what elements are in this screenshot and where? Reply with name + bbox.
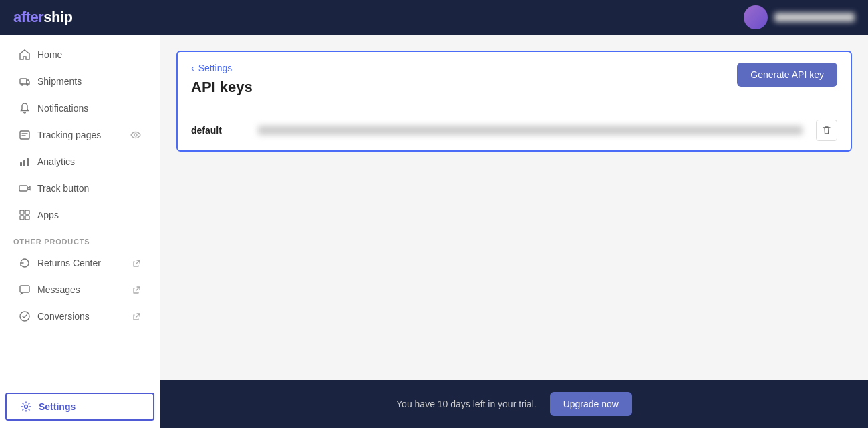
breadcrumb[interactable]: ‹ Settings — [191, 63, 253, 73]
sidebar-item-home[interactable]: Home — [5, 42, 154, 67]
sidebar-item-label: Analytics — [37, 156, 75, 167]
shipments-icon — [19, 75, 31, 87]
sidebar-item-label: Notifications — [37, 103, 88, 114]
breadcrumb-arrow: ‹ — [191, 63, 194, 73]
generate-api-key-button[interactable]: Generate API key — [737, 63, 837, 87]
svg-rect-9 — [20, 210, 24, 214]
track-button-icon — [19, 182, 31, 194]
sidebar-item-label: Track button — [37, 183, 89, 194]
sidebar-item-shipments[interactable]: Shipments — [5, 69, 154, 94]
returns-icon — [19, 257, 31, 269]
sidebar-item-analytics[interactable]: Analytics — [5, 149, 154, 174]
sidebar-item-apps[interactable]: Apps — [5, 202, 154, 228]
svg-rect-5 — [20, 162, 22, 166]
svg-rect-6 — [23, 160, 25, 166]
content-area: ‹ Settings API keys Generate API key def… — [160, 35, 868, 380]
sidebar-item-label: Apps — [37, 210, 59, 220]
sidebar-item-label: Tracking pages — [37, 130, 101, 140]
svg-rect-8 — [19, 186, 27, 191]
external-link-icon — [132, 259, 141, 268]
sidebar-item-label: Settings — [39, 401, 76, 412]
conversions-icon — [19, 310, 31, 323]
svg-point-14 — [20, 312, 29, 321]
svg-rect-7 — [27, 158, 29, 166]
svg-rect-10 — [25, 210, 29, 214]
api-key-name: default — [191, 125, 245, 136]
sidebar-item-label: Home — [37, 49, 62, 60]
svg-point-1 — [21, 84, 23, 85]
api-key-value — [258, 126, 803, 135]
svg-point-4 — [134, 134, 137, 136]
delete-api-key-button[interactable] — [816, 120, 837, 141]
sidebar-item-tracking-pages[interactable]: Tracking pages — [5, 122, 154, 148]
sidebar-item-notifications[interactable]: Notifications — [5, 95, 154, 121]
avatar — [744, 5, 768, 29]
user-name — [774, 13, 855, 22]
other-products-label: OTHER PRODUCTS — [0, 228, 160, 250]
svg-rect-0 — [20, 79, 27, 84]
breadcrumb-label: Settings — [198, 63, 233, 73]
external-link-icon — [132, 312, 141, 321]
bell-icon — [19, 102, 31, 114]
apps-icon — [19, 209, 31, 221]
trash-icon — [821, 125, 832, 136]
sidebar-item-label: Shipments — [37, 76, 82, 87]
sidebar-item-track-button[interactable]: Track button — [5, 176, 154, 201]
svg-point-15 — [25, 405, 28, 409]
sidebar-item-label: Messages — [37, 284, 80, 295]
upgrade-now-button[interactable]: Upgrade now — [550, 392, 632, 416]
home-icon — [19, 49, 31, 61]
topbar: aftership — [0, 0, 868, 35]
tracking-icon — [19, 129, 31, 141]
analytics-icon — [19, 156, 31, 168]
api-card-title-section: ‹ Settings API keys — [191, 63, 253, 96]
main-content: ‹ Settings API keys Generate API key def… — [160, 35, 868, 428]
svg-rect-12 — [25, 216, 29, 220]
sidebar: Home Shipments Notificatio — [0, 35, 160, 428]
bottom-bar: You have 10 days left in your trial. Upg… — [160, 380, 868, 428]
logo: aftership — [13, 9, 72, 26]
messages-icon — [19, 284, 31, 296]
svg-point-2 — [27, 84, 28, 85]
sidebar-item-returns-center[interactable]: Returns Center — [5, 250, 154, 276]
sidebar-item-label: Conversions — [37, 311, 90, 322]
sidebar-item-conversions[interactable]: Conversions — [5, 304, 154, 329]
sidebar-item-settings[interactable]: Settings — [5, 393, 154, 421]
page-title: API keys — [191, 79, 253, 96]
trial-text: You have 10 days left in your trial. — [396, 399, 537, 409]
sidebar-item-label: Returns Center — [37, 258, 101, 268]
svg-rect-11 — [20, 216, 24, 220]
external-link-icon — [132, 286, 141, 294]
svg-rect-3 — [20, 131, 29, 139]
api-keys-card: ‹ Settings API keys Generate API key def… — [176, 51, 852, 152]
api-key-row: default — [178, 110, 851, 150]
api-card-top: ‹ Settings API keys Generate API key — [178, 52, 851, 110]
eye-icon — [130, 130, 141, 140]
sidebar-item-messages[interactable]: Messages — [5, 277, 154, 302]
svg-rect-13 — [20, 286, 29, 292]
settings-icon — [20, 401, 32, 413]
topbar-right — [744, 5, 855, 29]
